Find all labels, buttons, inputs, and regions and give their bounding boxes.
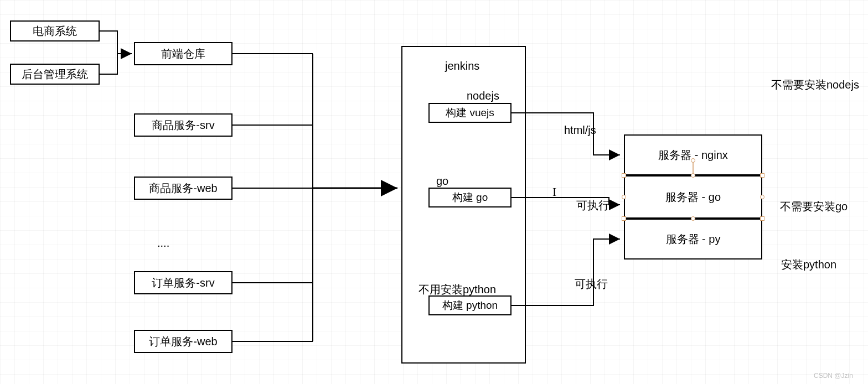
rotation-handle[interactable] <box>691 158 695 163</box>
node-build-go: 构建 go <box>428 188 512 207</box>
node-build-vue: 构建 vuejs <box>428 103 512 123</box>
jenkins-title: jenkins <box>445 60 479 72</box>
node-ecommerce: 电商系统 <box>10 20 100 41</box>
edge-label-exec1: 可执行 <box>576 198 609 213</box>
watermark: CSDN @Jzin <box>814 372 853 380</box>
selection-handle[interactable] <box>760 216 764 221</box>
note-py: 安装python <box>781 257 836 272</box>
nodejs-label: nodejs <box>467 90 499 102</box>
node-server-go[interactable]: 服务器 - go <box>624 175 762 219</box>
selection-handle[interactable] <box>760 195 764 199</box>
node-server-py: 服务器 - py <box>624 219 762 260</box>
selection-handle[interactable] <box>622 216 626 221</box>
no-install-python-label: 不用安装python <box>418 282 496 297</box>
selection-handle[interactable] <box>622 195 626 199</box>
go-label: go <box>436 175 448 188</box>
selection-handle[interactable] <box>760 173 764 178</box>
selection-handle[interactable] <box>691 216 695 221</box>
selection-handle[interactable] <box>622 173 626 178</box>
selection-handle[interactable] <box>691 173 695 178</box>
text-cursor-icon: I <box>552 185 556 199</box>
ellipsis-label: .... <box>157 237 169 250</box>
node-product-web: 商品服务-web <box>134 177 232 200</box>
node-server-nginx: 服务器 - nginx <box>624 134 762 175</box>
node-build-python: 构建 python <box>428 295 512 315</box>
node-frontend-repo: 前端仓库 <box>134 42 232 65</box>
note-nodejs: 不需要安装nodejs <box>771 77 859 92</box>
node-order-web: 订单服务-web <box>134 330 232 353</box>
node-order-srv: 订单服务-srv <box>134 271 232 294</box>
edge-label-htmljs: html/js <box>564 124 596 137</box>
note-go: 不需要安装go <box>780 199 848 214</box>
node-admin: 后台管理系统 <box>10 64 100 85</box>
node-product-srv: 商品服务-srv <box>134 113 232 137</box>
edge-label-exec2: 可执行 <box>575 277 608 292</box>
